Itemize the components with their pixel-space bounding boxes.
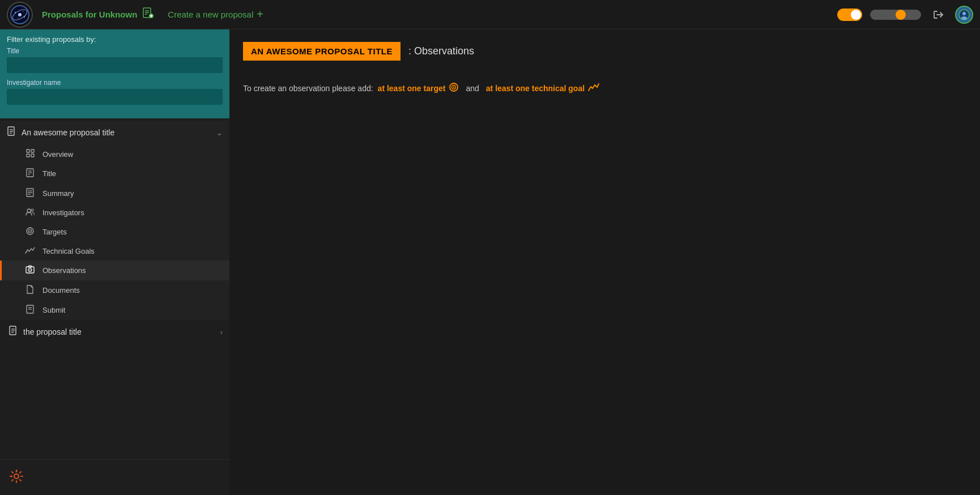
observation-prompt-text: To create an observation please add: — [243, 84, 373, 93]
nav-item-submit[interactable]: Submit — [0, 300, 229, 320]
svg-point-34 — [27, 209, 31, 212]
logout-icon[interactable] — [929, 6, 947, 24]
slider-control[interactable] — [870, 10, 921, 20]
toggle-switch[interactable] — [837, 8, 862, 21]
svg-point-17 — [961, 16, 967, 20]
proposal-badge: AN AWESOME PROPOSAL TITLE — [243, 42, 400, 61]
content-header: AN AWESOME PROPOSAL TITLE : Observations — [229, 29, 980, 71]
investigator-filter-input[interactable] — [7, 89, 223, 105]
svg-point-50 — [14, 474, 19, 479]
nav-item-documents[interactable]: Documents — [0, 280, 229, 300]
submit-icon — [24, 305, 36, 315]
svg-point-55 — [453, 87, 454, 88]
nav-item-investigators[interactable]: Investigators — [0, 203, 229, 222]
svg-point-4 — [24, 16, 25, 18]
svg-rect-25 — [31, 154, 34, 157]
logo-circle — [7, 2, 33, 28]
observations-label: Observations — [42, 266, 86, 275]
proposal-1-doc-icon — [7, 126, 16, 139]
svg-point-3 — [15, 12, 16, 13]
technical-goals-icon — [24, 246, 36, 256]
settings-icon[interactable] — [7, 467, 26, 486]
submit-label: Submit — [42, 306, 65, 314]
nav-item-targets[interactable]: Targets — [0, 222, 229, 242]
sidebar: Filter existing proposals by: Title Inve… — [0, 29, 229, 495]
proposal-list: An awesome proposal title ⌄ Overv — [0, 118, 229, 459]
investigators-icon — [24, 208, 36, 217]
proposals-icon[interactable] — [142, 7, 154, 22]
svg-point-6 — [23, 11, 24, 12]
toggle-knob — [851, 10, 861, 20]
svg-rect-24 — [27, 154, 29, 157]
title-label: Title — [42, 169, 56, 178]
slider-knob — [896, 10, 906, 20]
target-link-label: at least one target — [378, 84, 446, 93]
targets-icon — [24, 227, 36, 237]
technical-goal-link-label: at least one technical goal — [486, 84, 585, 93]
proposal-2-doc-icon — [8, 326, 18, 338]
and-text: and — [466, 84, 479, 93]
summary-icon — [24, 188, 36, 199]
svg-point-51 — [11, 476, 12, 477]
filter-label: Filter existing proposals by: — [7, 35, 223, 44]
svg-point-16 — [962, 12, 966, 15]
proposal-2-left: the proposal title — [8, 326, 82, 338]
title-filter-label: Title — [7, 47, 223, 55]
observations-icon — [24, 265, 36, 276]
svg-point-5 — [17, 18, 18, 19]
title-filter-input[interactable] — [7, 57, 223, 73]
svg-point-35 — [31, 209, 33, 211]
user-avatar[interactable] — [955, 6, 973, 24]
proposal-item-2[interactable]: the proposal title › — [0, 320, 229, 344]
nav-item-overview[interactable]: Overview — [0, 144, 229, 164]
main-content: AN AWESOME PROPOSAL TITLE : Observations… — [229, 29, 980, 495]
polaris-logo-svg — [10, 5, 30, 25]
target-link[interactable]: at least one target — [378, 82, 459, 95]
technical-goal-link[interactable]: at least one technical goal — [486, 83, 599, 94]
create-proposal-plus-icon: + — [257, 8, 263, 21]
top-navigation: Proposals for Unknown Create a new propo… — [0, 0, 980, 29]
targets-label: Targets — [42, 228, 67, 236]
technical-goals-label: Technical Goals — [42, 247, 95, 255]
main-layout: Filter existing proposals by: Title Inve… — [0, 29, 980, 495]
svg-point-52 — [16, 471, 18, 472]
documents-icon — [24, 285, 36, 296]
proposals-link[interactable]: Proposals for Unknown — [42, 10, 137, 19]
svg-point-38 — [29, 231, 31, 232]
proposal-2-title: the proposal title — [23, 327, 82, 336]
proposal-2-chevron-icon: › — [220, 328, 223, 336]
proposal-1-title: An awesome proposal title — [22, 128, 114, 137]
proposal-1-header[interactable]: An awesome proposal title ⌄ — [0, 121, 229, 144]
filter-section: Filter existing proposals by: Title Inve… — [0, 29, 229, 118]
nav-item-technical-goals[interactable]: Technical Goals — [0, 242, 229, 261]
svg-rect-23 — [31, 150, 34, 152]
proposal-item-expanded: An awesome proposal title ⌄ Overv — [0, 121, 229, 320]
investigators-label: Investigators — [42, 208, 84, 217]
target-link-icon — [449, 82, 459, 95]
documents-label: Documents — [42, 286, 80, 295]
section-label: : Observations — [400, 41, 482, 62]
nav-item-observations[interactable]: Observations — [0, 261, 229, 280]
proposal-1-header-left: An awesome proposal title — [7, 126, 114, 139]
overview-icon — [24, 149, 36, 159]
nav-item-title[interactable]: Title — [0, 164, 229, 184]
technical-goal-link-icon — [588, 83, 599, 94]
proposal-1-chevron-icon: ⌄ — [216, 129, 223, 137]
observations-body: To create an observation please add: at … — [229, 71, 980, 106]
title-icon — [24, 168, 36, 179]
sidebar-bottom — [0, 459, 229, 495]
svg-point-2 — [18, 13, 22, 16]
topnav-right-controls — [837, 6, 973, 24]
svg-point-41 — [29, 270, 31, 271]
app-logo — [7, 2, 33, 28]
overview-label: Overview — [42, 150, 73, 159]
create-proposal-label: Create a new proposal — [168, 10, 253, 19]
summary-label: Summary — [42, 189, 74, 198]
create-proposal-link[interactable]: Create a new proposal + — [168, 8, 263, 21]
investigator-filter-label: Investigator name — [7, 79, 223, 87]
svg-rect-22 — [27, 150, 29, 152]
nav-item-summary[interactable]: Summary — [0, 184, 229, 203]
